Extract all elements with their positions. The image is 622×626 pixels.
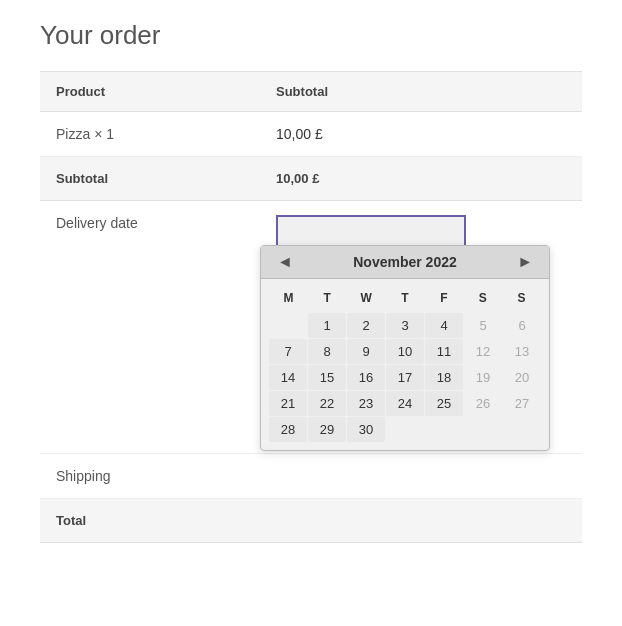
calendar-day[interactable]: 16: [347, 365, 385, 390]
calendar-month-title: November 2022: [353, 254, 457, 270]
next-month-button[interactable]: ►: [511, 254, 539, 270]
calendar-day-empty: [386, 417, 424, 442]
total-row: Total: [40, 499, 582, 543]
shipping-value: [260, 454, 582, 499]
col-subtotal: Subtotal: [260, 72, 582, 112]
shipping-row: Shipping: [40, 454, 582, 499]
calendar-day[interactable]: 2: [347, 313, 385, 338]
calendar-day-name: F: [424, 287, 463, 309]
calendar-day-name: S: [502, 287, 541, 309]
calendar-popup: ◄ November 2022 ► MTWTFSS 12345678910111…: [260, 245, 550, 451]
calendar-day[interactable]: 17: [386, 365, 424, 390]
calendar-day-disabled[interactable]: 19: [464, 365, 502, 390]
calendar-day-name: M: [269, 287, 308, 309]
calendar-day[interactable]: 15: [308, 365, 346, 390]
delivery-label: Delivery date: [40, 201, 260, 454]
calendar-day[interactable]: 8: [308, 339, 346, 364]
delivery-value-cell: ◄ November 2022 ► MTWTFSS 12345678910111…: [260, 201, 582, 454]
order-table: Product Subtotal Pizza × 1 10,00 £ Subto…: [40, 71, 582, 543]
col-product: Product: [40, 72, 260, 112]
calendar-day[interactable]: 4: [425, 313, 463, 338]
subtotal-label: Subtotal: [40, 157, 260, 201]
calendar-day-disabled[interactable]: 6: [503, 313, 541, 338]
calendar-day[interactable]: 3: [386, 313, 424, 338]
calendar-day-disabled[interactable]: 27: [503, 391, 541, 416]
calendar-day-empty: [269, 313, 307, 338]
delivery-row: Delivery date ◄ November 2022 ► MTWTF: [40, 201, 582, 454]
calendar-day[interactable]: 30: [347, 417, 385, 442]
calendar-day-disabled[interactable]: 20: [503, 365, 541, 390]
subtotal-row: Subtotal 10,00 £: [40, 157, 582, 201]
subtotal-value: 10,00 £: [260, 157, 582, 201]
calendar-days: 1234567891011121314151617181920212223242…: [269, 313, 541, 442]
calendar-day[interactable]: 11: [425, 339, 463, 364]
product-name: Pizza × 1: [40, 112, 260, 157]
calendar-day[interactable]: 9: [347, 339, 385, 364]
calendar-day-disabled[interactable]: 13: [503, 339, 541, 364]
total-label: Total: [40, 499, 260, 543]
product-price: 10,00 £: [260, 112, 582, 157]
calendar-day-name: T: [308, 287, 347, 309]
calendar-day-names: MTWTFSS: [269, 287, 541, 309]
calendar-grid: MTWTFSS 12345678910111213141516171819202…: [261, 279, 549, 450]
prev-month-button[interactable]: ◄: [271, 254, 299, 270]
calendar-header: ◄ November 2022 ►: [261, 246, 549, 279]
calendar-day[interactable]: 7: [269, 339, 307, 364]
calendar-day-empty: [464, 417, 502, 442]
calendar: ◄ November 2022 ► MTWTFSS 12345678910111…: [260, 245, 550, 451]
calendar-day[interactable]: 1: [308, 313, 346, 338]
calendar-day[interactable]: 25: [425, 391, 463, 416]
calendar-day-disabled[interactable]: 26: [464, 391, 502, 416]
calendar-day[interactable]: 29: [308, 417, 346, 442]
page-title: Your order: [40, 20, 582, 51]
calendar-day[interactable]: 24: [386, 391, 424, 416]
total-value: [260, 499, 582, 543]
calendar-day[interactable]: 10: [386, 339, 424, 364]
calendar-day-disabled[interactable]: 5: [464, 313, 502, 338]
calendar-day[interactable]: 23: [347, 391, 385, 416]
calendar-day-name: T: [386, 287, 425, 309]
calendar-day[interactable]: 22: [308, 391, 346, 416]
calendar-day-disabled[interactable]: 12: [464, 339, 502, 364]
calendar-day-name: S: [463, 287, 502, 309]
calendar-day-empty: [425, 417, 463, 442]
calendar-day[interactable]: 14: [269, 365, 307, 390]
calendar-day[interactable]: 18: [425, 365, 463, 390]
shipping-label: Shipping: [40, 454, 260, 499]
product-row: Pizza × 1 10,00 £: [40, 112, 582, 157]
calendar-day-empty: [503, 417, 541, 442]
calendar-day-name: W: [347, 287, 386, 309]
calendar-day[interactable]: 21: [269, 391, 307, 416]
calendar-day[interactable]: 28: [269, 417, 307, 442]
